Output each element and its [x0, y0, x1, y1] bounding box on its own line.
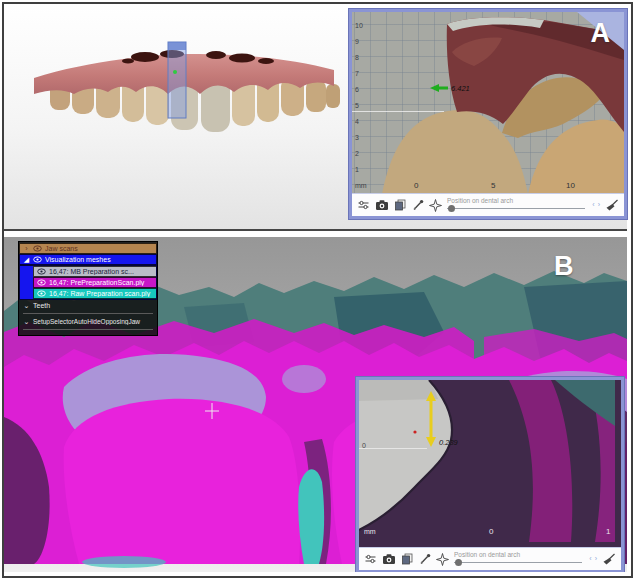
axis-unit-label: mm: [364, 528, 376, 535]
copy-layers-icon[interactable]: [394, 199, 407, 211]
position-slider[interactable]: [454, 559, 584, 566]
position-slider[interactable]: [447, 205, 587, 212]
x-tick: 10: [566, 181, 575, 190]
layer-label: Teeth: [33, 302, 153, 309]
section-grid-a[interactable]: 6.421 10 9 8 7 6 5 4 3 2 1 mm 0 5 10 A: [352, 12, 624, 194]
eye-icon[interactable]: [33, 245, 42, 252]
y-tick: 2: [355, 150, 369, 157]
position-label: Position on dental arch: [447, 198, 587, 204]
plane-anchor-dot: [173, 70, 177, 74]
prev-arrow-icon[interactable]: ‹: [592, 200, 594, 210]
eye-icon[interactable]: [37, 279, 46, 286]
layer-label: 16,47: Raw Preparation scan.ply: [49, 290, 153, 297]
expander-icon[interactable]: ⌄: [23, 302, 30, 309]
inset-a-toolbar: Position on dental arch ‹ ›: [352, 193, 624, 216]
y-tick: 7: [355, 70, 369, 77]
panel-b-label: B: [554, 251, 574, 282]
slider-handle[interactable]: [455, 559, 462, 566]
brush-icon[interactable]: [605, 199, 619, 212]
eye-icon[interactable]: [33, 256, 42, 263]
probe-icon[interactable]: [419, 553, 431, 565]
camera-icon[interactable]: [382, 553, 396, 565]
expander-icon[interactable]: ◢: [23, 256, 30, 263]
next-arrow-icon[interactable]: ›: [595, 554, 597, 564]
next-arrow-icon[interactable]: ›: [598, 200, 600, 210]
separator: [23, 329, 153, 330]
y-tick: 6: [355, 86, 369, 93]
section-mesh-b[interactable]: [359, 380, 615, 542]
layer-label: Jaw scans: [45, 245, 153, 252]
position-label: Position on dental arch: [454, 552, 584, 558]
layer-row-visualization-meshes[interactable]: ◢ Visualization meshes: [19, 254, 157, 265]
figure-frame: 6.421 10 9 8 7 6 5 4 3 2 1 mm 0 5 10 A: [2, 2, 633, 578]
sliders-icon[interactable]: [357, 199, 370, 211]
y-tick: 0: [362, 442, 376, 449]
inset-b-toolbar: Position on dental arch ‹ ›: [359, 547, 621, 570]
panel-a-label: A: [591, 18, 611, 49]
layer-row-mb-preparation[interactable]: 16,47: MB Preparation sc...: [33, 266, 156, 277]
measurement-arrow-green: [430, 82, 448, 94]
layer-label: 16,47: MB Preparation sc...: [49, 268, 153, 275]
panel-a-viewport[interactable]: 6.421 10 9 8 7 6 5 4 3 2 1 mm 0 5 10 A: [4, 4, 627, 231]
measurement-value-b: 0.239: [439, 438, 458, 447]
copy-layers-icon[interactable]: [401, 553, 414, 565]
application-window: 6.421 10 9 8 7 6 5 4 3 2 1 mm 0 5 10 A: [0, 0, 635, 580]
layer-label: SetupSelectorAutoHideOpposingJaw: [33, 318, 153, 325]
measurement-value-a: 6.421: [451, 84, 470, 93]
jaw-scan-3d-view[interactable]: [20, 30, 350, 150]
x-tick: 0: [414, 181, 418, 190]
star-move-icon[interactable]: [429, 199, 442, 212]
y-tick: 4: [355, 118, 369, 125]
x-tick: 5: [491, 181, 495, 190]
expander-icon[interactable]: ›: [23, 245, 30, 252]
visualization-children: 16,47: MB Preparation sc... 16,47: PrePr…: [19, 265, 157, 300]
brush-icon[interactable]: [602, 553, 616, 566]
probe-icon[interactable]: [412, 199, 424, 211]
layer-label: 16,47: PrePreparationScan.ply: [49, 279, 153, 286]
y-tick: 3: [355, 134, 369, 141]
cross-section-inset-a[interactable]: 6.421 10 9 8 7 6 5 4 3 2 1 mm 0 5 10 A: [349, 9, 627, 219]
eye-icon[interactable]: [37, 290, 46, 297]
layer-label: Visualization meshes: [45, 256, 153, 263]
dental-arch-position-control[interactable]: Position on dental arch: [454, 552, 584, 566]
sectioned-anatomy-mesh: [352, 12, 624, 194]
layer-row-raw-preparation-scan[interactable]: 16,47: Raw Preparation scan.ply: [33, 288, 156, 299]
axis-unit-label: mm: [355, 182, 367, 189]
layer-row-jaw-scans[interactable]: › Jaw scans: [19, 243, 157, 254]
star-move-icon[interactable]: [436, 553, 449, 566]
layer-tree-panel: › Jaw scans ◢ Visualization meshes: [18, 241, 158, 336]
cross-section-plane[interactable]: [168, 42, 186, 118]
y-tick: 8: [355, 54, 369, 61]
y-tick: 10: [355, 22, 369, 29]
reference-red-dot: [413, 430, 416, 433]
separator: [23, 313, 153, 314]
layer-row-prepreparation-scan[interactable]: 16,47: PrePreparationScan.ply: [33, 277, 156, 288]
camera-icon[interactable]: [375, 199, 389, 211]
prev-arrow-icon[interactable]: ‹: [589, 554, 591, 564]
x-tick: 1: [606, 527, 610, 536]
cross-section-inset-b[interactable]: 0.239 0 mm 0 1: [356, 377, 624, 572]
sliders-icon[interactable]: [364, 553, 377, 565]
y-tick: 9: [355, 38, 369, 45]
x-tick: 0: [489, 527, 493, 536]
panel-b-viewport[interactable]: B › Jaw scans ◢ Visualization meshes: [4, 237, 627, 572]
layer-row-teeth[interactable]: ⌄ Teeth: [19, 300, 157, 311]
expander-icon[interactable]: ⌄: [23, 318, 30, 325]
y-tick: 1: [355, 166, 369, 173]
layer-row-selector-autohide[interactable]: ⌄ SetupSelectorAutoHideOpposingJaw: [19, 316, 157, 327]
eye-icon[interactable]: [37, 268, 46, 275]
slider-handle[interactable]: [448, 205, 455, 212]
dental-arch-position-control[interactable]: Position on dental arch: [447, 198, 587, 212]
y-tick: 5: [355, 102, 369, 109]
section-reference-line: [352, 111, 444, 112]
